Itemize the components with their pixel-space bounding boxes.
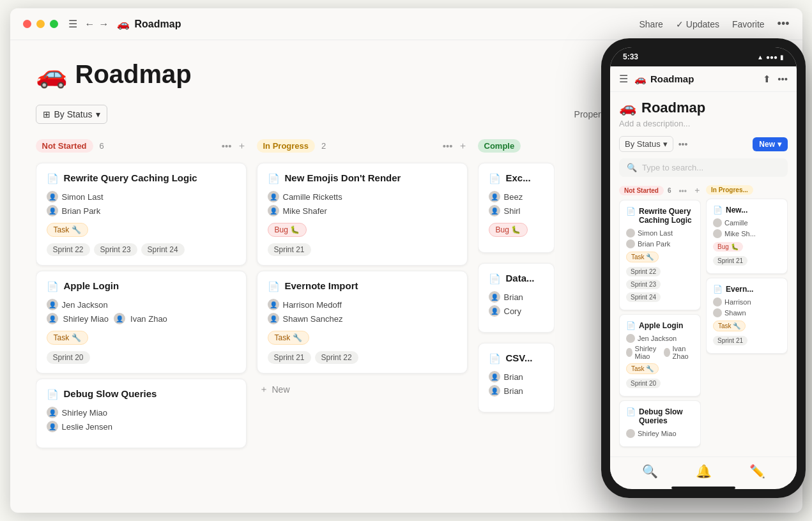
col-add-button[interactable]: ＋ xyxy=(237,140,247,152)
chevron-down-icon: ▾ xyxy=(96,109,100,119)
card-person-1: 👤 Jen Jackson xyxy=(47,299,236,310)
updates-button[interactable]: ✓ Updates xyxy=(676,19,719,29)
card-evernote-import[interactable]: 📄 Evernote Import 👤 Harrison Medoff 👤 Sh… xyxy=(257,271,468,374)
col-actions-not-started: ••• ＋ xyxy=(222,140,247,152)
col-more-button[interactable]: ••• xyxy=(443,140,453,151)
phone-task-tag: Task 🔧 xyxy=(626,252,659,262)
in-progress-count: 2 xyxy=(321,141,326,151)
phone-card-new-emojis[interactable]: 📄 New... Camille Mike Sh... xyxy=(706,199,788,274)
phone-group-by-button[interactable]: By Status ▾ xyxy=(619,136,673,152)
phone-card-debug[interactable]: 📄 Debug Slow Queries Shirley Miao xyxy=(619,400,701,447)
phone-search[interactable]: 🔍 Type to search... xyxy=(619,158,788,177)
phone-card-person-1: Camille xyxy=(713,218,781,227)
avatar: 👤 xyxy=(47,299,58,310)
card-apple-login[interactable]: 📄 Apple Login 👤 Jen Jackson 👤 Shirley Mi… xyxy=(36,271,247,374)
card-complete-1[interactable]: 📄 Exc... 👤 Beez 👤 Shirl xyxy=(478,163,555,253)
avatar xyxy=(713,218,722,227)
phone-group-by-label: By Status xyxy=(625,139,661,149)
col-actions-in-progress: ••• ＋ xyxy=(443,140,468,152)
phone-not-started-count: 6 xyxy=(668,187,671,194)
phone-card-evernote[interactable]: 📄 Evern... Harrison Shawn xyxy=(706,278,788,354)
card-person-1: 👤 Simon Last xyxy=(47,191,236,202)
complete-badge: Comple xyxy=(478,139,521,153)
titlebar-title: Roadmap xyxy=(135,19,181,30)
phone-new-item-button[interactable]: ＋ New xyxy=(619,451,701,457)
card-new-emojis[interactable]: 📄 New Emojis Don't Render 👤 Camille Rick… xyxy=(257,163,468,266)
titlebar-page-title: 🚗 Roadmap xyxy=(117,18,181,30)
phone-new-button[interactable]: New ▾ xyxy=(753,137,788,151)
sprint-tag-23: Sprint 23 xyxy=(94,243,137,256)
phone-kanban-cols: Not Started 6 ••• ＋ 📄 Rewrite Query Cach… xyxy=(619,183,788,457)
card-title-row: 📄 Apple Login xyxy=(47,280,236,292)
phone-share-icon[interactable]: ⬆ xyxy=(763,73,771,85)
card-title-row: 📄 Debug Slow Queries xyxy=(47,388,236,400)
phone-card-apple-login[interactable]: 📄 Apple Login Jen Jackson Shirley Miao xyxy=(619,314,701,396)
phone-card-person-2: Shawn xyxy=(713,308,781,317)
card-complete-3[interactable]: 📄 CSV... 👤 Brian 👤 Brian xyxy=(478,343,555,412)
card-complete-2[interactable]: 📄 Data... 👤 Brian 👤 Cory xyxy=(478,263,555,333)
avatar: 👤 xyxy=(47,421,58,432)
card-title-row: 📄 CSV... xyxy=(489,352,544,365)
new-item-button[interactable]: ＋ New xyxy=(257,379,468,400)
share-button[interactable]: Share xyxy=(640,19,663,29)
back-arrow-icon[interactable]: ← xyxy=(85,19,95,30)
phone-header-title: 🚗 Roadmap xyxy=(634,73,694,85)
phone-col-more-icon[interactable]: ••• xyxy=(678,186,687,195)
avatar: 👤 xyxy=(47,205,58,216)
forward-arrow-icon[interactable]: → xyxy=(99,19,109,30)
phone-card-title: 📄 New... xyxy=(713,206,781,215)
document-icon: 📄 xyxy=(47,389,59,400)
card-person-1: 👤 Camille Ricketts xyxy=(268,191,457,202)
card-debug-slow-queries[interactable]: 📄 Debug Slow Queries 👤 Shirley Miao 👤 Le… xyxy=(36,379,247,448)
sprint-tag-21: Sprint 21 xyxy=(268,351,311,364)
card-people: 👤 Brian 👤 Cory xyxy=(489,291,544,317)
favorite-button[interactable]: Favorite xyxy=(732,19,765,29)
task-tag: Task 🔧 xyxy=(47,223,88,237)
card-person-1: 👤 Harrison Medoff xyxy=(268,299,457,310)
col-more-button[interactable]: ••• xyxy=(222,140,232,151)
avatar xyxy=(664,348,670,357)
phone-more-icon[interactable]: ••• xyxy=(778,73,788,84)
close-button[interactable] xyxy=(23,20,31,28)
more-options-icon[interactable]: ••• xyxy=(778,17,790,31)
avatar xyxy=(626,229,635,238)
card-title-row: 📄 Exc... xyxy=(489,172,544,185)
phone-bell-icon[interactable]: 🔔 xyxy=(696,464,712,479)
phone-card-rewrite[interactable]: 📄 Rewrite Query Caching Logic Simon Last… xyxy=(619,200,701,310)
menu-icon[interactable]: ☰ xyxy=(68,18,77,30)
phone-task-tag: Task 🔧 xyxy=(626,363,659,374)
phone-emoji: 🚗 xyxy=(634,73,647,85)
column-complete: Comple 📄 Exc... 👤 Beez 👤 xyxy=(478,137,555,500)
phone-sprint-21: Sprint 21 xyxy=(713,336,747,345)
phone-overlay: 5:33 ▲ ●●● ▮ ☰ 🚗 Roadmap ⬆ ••• xyxy=(601,38,806,498)
card-sprints: Sprint 21 xyxy=(268,243,457,256)
document-icon: 📄 xyxy=(268,281,280,292)
card-title: CSV... xyxy=(506,352,533,363)
phone-menu-icon[interactable]: ☰ xyxy=(619,73,628,85)
col-add-button[interactable]: ＋ xyxy=(458,140,468,152)
checkmark-icon: ✓ xyxy=(676,19,684,29)
card-title-row: 📄 Data... xyxy=(489,273,544,285)
card-tags: Task 🔧 xyxy=(268,331,457,345)
card-title-row: 📄 Evernote Import xyxy=(268,280,457,292)
in-progress-badge: In Progress xyxy=(257,139,316,153)
card-person-1: 👤 Brian xyxy=(489,291,544,303)
card-rewrite-query[interactable]: 📄 Rewrite Query Caching Logic 👤 Simon La… xyxy=(36,163,247,266)
phone-col-add-icon[interactable]: ＋ xyxy=(693,185,701,196)
col-header-complete: Comple xyxy=(478,137,555,158)
phone-page-emoji: 🚗 xyxy=(619,100,636,116)
maximize-button[interactable] xyxy=(50,20,58,28)
minimize-button[interactable] xyxy=(36,20,45,28)
avatar: 👤 xyxy=(489,191,500,202)
group-by-button[interactable]: ⊞ By Status ▾ xyxy=(36,105,108,124)
doc-icon: 📄 xyxy=(626,207,636,216)
avatar xyxy=(626,348,632,357)
wifi-icon: ▲ xyxy=(757,54,763,61)
phone-compose-icon[interactable]: ✏️ xyxy=(749,464,765,479)
document-icon: 📄 xyxy=(489,173,501,185)
phone-search-nav-icon[interactable]: 🔍 xyxy=(642,464,658,479)
bug-tag: Bug 🐛 xyxy=(268,223,307,237)
phone-search-placeholder: Type to search... xyxy=(642,163,703,172)
phone-toolbar-more[interactable]: ••• xyxy=(678,139,688,149)
phone-card-person-1: Harrison xyxy=(713,298,781,306)
